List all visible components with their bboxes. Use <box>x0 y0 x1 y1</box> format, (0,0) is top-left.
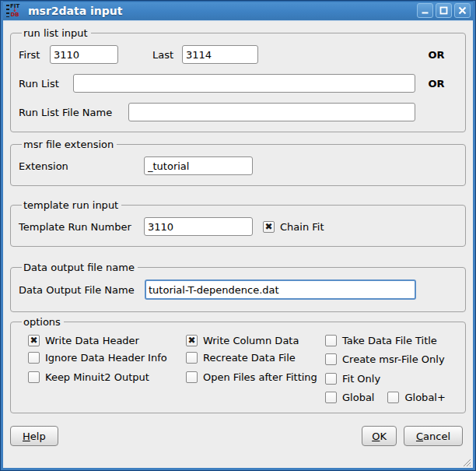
fit-only-label[interactable]: Fit Only <box>342 373 380 385</box>
global-plus-checkbox-item[interactable]: Global+ <box>387 392 445 403</box>
run-list-file-name-input[interactable] <box>128 103 415 121</box>
close-icon <box>457 5 467 16</box>
template-run-number-label: Template Run Number <box>19 221 144 233</box>
last-label: Last <box>152 49 182 61</box>
group-template-run-input: template run input Template Run Number C… <box>10 199 466 247</box>
group-options: options Write Data Header Write Column D… <box>10 316 466 413</box>
chain-fit-checkbox[interactable] <box>263 221 275 233</box>
write-column-data-checkbox[interactable] <box>186 335 198 346</box>
icon-list-bars <box>6 5 9 17</box>
cancel-button[interactable]: Cancel <box>404 426 463 446</box>
global-checkbox[interactable] <box>325 392 337 403</box>
create-msr-file-only-label[interactable]: Create msr-File Only <box>342 353 445 365</box>
open-files-after-fitting-checkbox-item[interactable]: Open Files after Fitting <box>186 371 317 383</box>
write-data-header-checkbox[interactable] <box>28 335 40 346</box>
first-last-row: First Last OR <box>19 45 457 64</box>
window-title: msr2data input <box>28 5 417 17</box>
group-data-output-legend: Data output file name <box>22 262 138 273</box>
template-run-row: Template Run Number Chain Fit <box>19 217 457 236</box>
group-msr-file-extension: msr file extension Extension <box>10 139 466 186</box>
msr2data-app-icon: FIT ↓ DB <box>6 3 22 19</box>
dialog-content: run list input First Last OR Run List OR… <box>3 20 473 468</box>
group-data-output-file-name: Data output file name Data Output File N… <box>10 262 466 312</box>
keep-minuit2-output-label[interactable]: Keep Minuit2 Output <box>45 371 149 383</box>
template-run-number-input[interactable] <box>144 217 253 236</box>
recreate-data-file-label[interactable]: Recreate Data File <box>203 352 296 364</box>
ignore-data-header-info-checkbox-item[interactable]: Ignore Data Header Info <box>28 352 167 364</box>
resize-grip[interactable] <box>460 456 471 467</box>
write-column-data-label[interactable]: Write Column Data <box>203 335 299 346</box>
run-list-file-row: Run List File Name <box>19 103 457 121</box>
or-label-first: OR <box>415 49 457 61</box>
chain-fit-label[interactable]: Chain Fit <box>280 221 324 233</box>
ignore-data-header-info-label[interactable]: Ignore Data Header Info <box>45 352 167 364</box>
fit-only-checkbox[interactable] <box>325 373 337 385</box>
take-data-file-title-label[interactable]: Take Data File Title <box>342 335 437 346</box>
or-label-run-list: OR <box>415 78 457 90</box>
recreate-data-file-checkbox-item[interactable]: Recreate Data File <box>186 352 296 364</box>
minimize-icon <box>420 5 430 16</box>
help-button[interactable]: Help <box>10 426 58 446</box>
options-row-4: Global Global+ <box>19 391 457 403</box>
data-output-file-name-label: Data Output File Name <box>19 284 145 296</box>
global-plus-label[interactable]: Global+ <box>404 392 445 403</box>
open-files-after-fitting-checkbox[interactable] <box>186 371 198 383</box>
take-data-file-title-checkbox[interactable] <box>325 335 337 346</box>
ignore-data-header-info-checkbox[interactable] <box>28 352 40 364</box>
extension-label: Extension <box>19 160 144 172</box>
global-checkbox-item[interactable]: Global <box>325 392 374 403</box>
chain-fit-checkbox-item[interactable]: Chain Fit <box>263 221 324 233</box>
maximize-icon <box>439 5 449 16</box>
extension-row: Extension <box>19 156 457 175</box>
write-data-header-label[interactable]: Write Data Header <box>45 335 139 346</box>
global-plus-checkbox[interactable] <box>387 392 399 403</box>
options-row-2: Ignore Data Header Info Recreate Data Fi… <box>19 352 457 366</box>
run-list-file-name-label: Run List File Name <box>19 107 128 118</box>
run-list-input[interactable] <box>73 74 415 93</box>
minimize-button[interactable] <box>417 3 433 18</box>
ok-button[interactable]: OK <box>362 426 397 446</box>
keep-minuit2-output-checkbox-item[interactable]: Keep Minuit2 Output <box>28 371 149 383</box>
fit-only-checkbox-item[interactable]: Fit Only <box>325 373 380 385</box>
create-msr-file-only-checkbox-item[interactable]: Create msr-File Only <box>325 353 445 365</box>
msr2data-dialog: FIT ↓ DB msr2data input <box>0 0 476 471</box>
icon-db-text: DB <box>11 12 19 17</box>
keep-minuit2-output-checkbox[interactable] <box>28 371 40 383</box>
write-column-data-checkbox-item[interactable]: Write Column Data <box>186 335 299 346</box>
global-label[interactable]: Global <box>342 392 374 403</box>
create-msr-file-only-checkbox[interactable] <box>325 353 337 365</box>
run-list-row: Run List OR <box>19 74 457 93</box>
close-button[interactable] <box>454 3 471 18</box>
options-row-1: Write Data Header Write Column Data Take… <box>19 334 457 346</box>
run-list-label: Run List <box>19 78 73 90</box>
group-template-run-input-legend: template run input <box>22 199 121 211</box>
last-input[interactable] <box>182 45 258 64</box>
group-msr-file-extension-legend: msr file extension <box>22 139 117 150</box>
take-data-file-title-checkbox-item[interactable]: Take Data File Title <box>325 335 437 346</box>
options-row-3: Keep Minuit2 Output Open Files after Fit… <box>19 371 457 385</box>
button-bar: Help OK Cancel <box>10 426 466 446</box>
data-output-file-name-input[interactable] <box>145 279 416 300</box>
group-run-list-input: run list input First Last OR Run List OR… <box>10 27 466 132</box>
open-files-after-fitting-label[interactable]: Open Files after Fitting <box>203 371 317 383</box>
group-options-legend: options <box>22 316 64 328</box>
maximize-button[interactable] <box>436 3 452 18</box>
first-input[interactable] <box>50 45 118 64</box>
recreate-data-file-checkbox[interactable] <box>186 352 198 364</box>
write-data-header-checkbox-item[interactable]: Write Data Header <box>28 335 139 346</box>
title-bar[interactable]: FIT ↓ DB msr2data input <box>3 1 473 20</box>
extension-input[interactable] <box>144 156 253 175</box>
group-run-list-input-legend: run list input <box>22 27 91 39</box>
data-output-row: Data Output File Name <box>19 279 457 300</box>
first-label: First <box>19 49 50 61</box>
